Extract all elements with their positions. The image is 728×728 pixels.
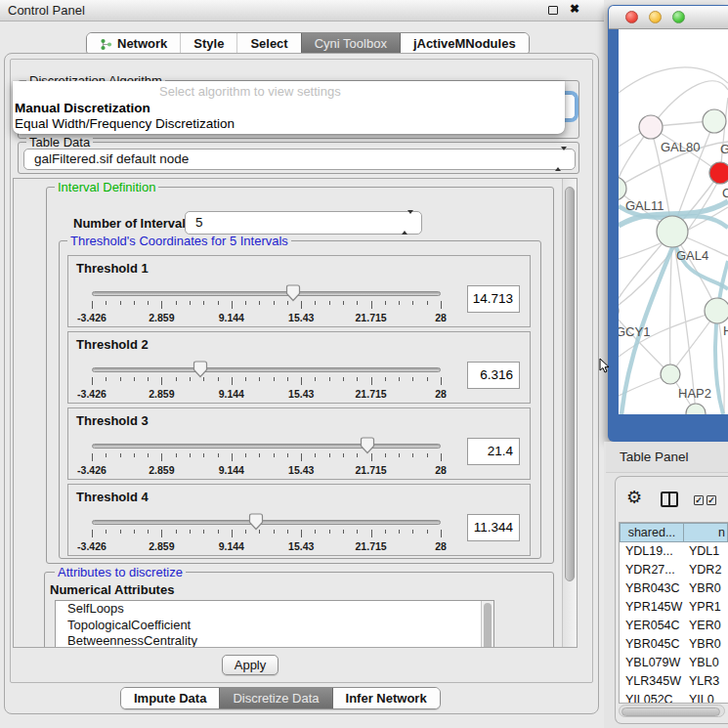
tab-discretize-data[interactable]: Discretize Data <box>219 688 332 708</box>
tab-cyni-toolbox[interactable]: Cyni Toolbox <box>301 33 401 55</box>
slider-track[interactable] <box>92 291 441 296</box>
zoom-traffic-light-icon[interactable] <box>672 11 685 23</box>
network-node[interactable] <box>686 404 706 414</box>
network-node-hap2[interactable] <box>661 364 680 384</box>
cell-shared-name[interactable]: YBR043C <box>620 579 684 598</box>
attributes-list-scrollbar[interactable] <box>481 601 493 648</box>
slider-tick <box>161 453 162 461</box>
cell-name[interactable]: YBR0 <box>684 579 728 598</box>
table-row[interactable]: YPR145WYPR1 <box>620 598 728 617</box>
network-node-gal4[interactable] <box>657 216 688 247</box>
table-row[interactable]: YDR27...YDR2 <box>620 561 728 579</box>
cell-name[interactable]: YBR0 <box>684 635 728 654</box>
threshold-2-label: Threshold 2 <box>76 337 149 352</box>
table-row[interactable]: YBR043CYBR0 <box>620 579 728 598</box>
slider-tick <box>441 530 442 537</box>
slider-tick-label: 21.715 <box>356 540 387 552</box>
threshold-2-value-field[interactable]: 6.316 <box>467 362 520 389</box>
node-attribute-table[interactable]: shared... n YDL19...YDL1YDR27...YDR2YBR0… <box>619 522 728 704</box>
network-node-gal80[interactable] <box>639 115 663 139</box>
table-row[interactable]: YLR345WYLR3 <box>620 672 728 691</box>
slider-track[interactable] <box>92 520 441 525</box>
scrollbar-thumb[interactable] <box>565 187 575 581</box>
apply-button[interactable]: Apply <box>222 655 278 675</box>
cell-name[interactable]: YLR3 <box>684 672 728 691</box>
slider-tick <box>92 301 93 309</box>
slider-tick-label: 28 <box>435 464 447 476</box>
table-row[interactable]: YBL079WYBL0 <box>620 654 728 672</box>
scrollbar-thumb[interactable] <box>484 603 492 648</box>
column-header-name[interactable]: n <box>684 523 728 542</box>
attribute-list-item[interactable]: BetweennessCentrality <box>56 633 493 648</box>
slider-tick <box>441 453 442 461</box>
table-data-combobox[interactable]: galFiltered.sif default node <box>23 149 576 170</box>
slider-track[interactable] <box>92 367 441 372</box>
tab-style[interactable]: Style <box>180 33 236 55</box>
table-row[interactable]: YDL19...YDL1 <box>620 542 728 561</box>
table-horizontal-scrollbar[interactable] <box>619 705 725 717</box>
option-equal-width-frequency[interactable]: Equal Width/Frequency Discretization <box>15 116 235 131</box>
table-row[interactable]: YBR045CYBR0 <box>620 635 728 654</box>
slider-thumb[interactable] <box>248 513 264 531</box>
tab-network[interactable]: Network <box>87 33 180 55</box>
slider-tick <box>161 377 162 385</box>
numerical-attributes-list[interactable]: SelfLoopsTopologicalCoefficientBetweenne… <box>55 600 494 648</box>
close-traffic-light-icon[interactable] <box>625 11 638 23</box>
tab-impute-data[interactable]: Impute Data <box>121 688 219 708</box>
threshold-4-value-field[interactable]: 11.344 <box>467 514 520 541</box>
threshold-2-panel: Threshold 2 -3.4262.8599.14415.4321.7152… <box>67 331 531 404</box>
cell-name[interactable]: YDR2 <box>684 561 728 579</box>
minimize-traffic-light-icon[interactable] <box>649 11 662 23</box>
slider-tick <box>120 301 121 305</box>
option-manual-discretization[interactable]: Manual Discretization <box>15 101 150 115</box>
table-row[interactable]: YER054CYER0 <box>620 617 728 635</box>
threshold-1-value-field[interactable]: 14.713 <box>467 285 520 313</box>
float-window-icon[interactable] <box>548 6 558 15</box>
cell-name[interactable]: YIL0 <box>684 691 728 704</box>
threshold-4-slider[interactable]: -3.4262.8599.14415.4321.71528 <box>92 512 441 553</box>
slider-thumb[interactable] <box>360 437 375 454</box>
network-node-c[interactable] <box>709 162 728 184</box>
settings-scrollpane: Interval Definition Number of Intervals … <box>13 178 578 648</box>
cell-shared-name[interactable]: YIL052C <box>620 691 684 704</box>
network-node-ga[interactable] <box>703 109 726 133</box>
select-all-checkbox-icon[interactable]: ✓ <box>694 495 704 505</box>
cell-shared-name[interactable]: YDL19... <box>620 542 684 561</box>
threshold-3-value-field[interactable]: 21.4 <box>467 438 520 465</box>
network-canvas[interactable]: GAL80GACGAL11GAL4GCY1HHAP2 <box>619 29 728 414</box>
cell-name[interactable]: YPR1 <box>684 598 728 617</box>
cell-name[interactable]: YDL1 <box>684 542 728 561</box>
threshold-1-slider[interactable]: -3.4262.8599.14415.4321.71528 <box>92 283 441 324</box>
cell-shared-name[interactable]: YLR345W <box>620 672 684 691</box>
column-header-shared-name[interactable]: shared... <box>620 523 684 542</box>
columns-icon[interactable] <box>661 492 678 507</box>
tab-infer-network[interactable]: Infer Network <box>333 688 440 708</box>
cell-shared-name[interactable]: YDR27... <box>620 561 684 579</box>
table-row[interactable]: YIL052CYIL0 <box>620 691 728 704</box>
tab-select[interactable]: Select <box>236 33 300 55</box>
cell-name[interactable]: YBL0 <box>684 654 728 672</box>
cell-name[interactable]: YER0 <box>684 617 728 635</box>
slider-tick <box>218 377 219 381</box>
cell-shared-name[interactable]: YPR145W <box>620 598 684 617</box>
close-icon[interactable]: ✖ <box>570 2 579 16</box>
cell-shared-name[interactable]: YBL079W <box>620 654 684 672</box>
tab-jactivemnodules[interactable]: jActiveMNodules <box>401 33 529 55</box>
network-node-h[interactable] <box>705 298 728 323</box>
slider-track[interactable] <box>92 444 441 449</box>
attribute-list-item[interactable]: TopologicalCoefficient <box>56 618 493 634</box>
threshold-2-slider[interactable]: -3.4262.8599.14415.4321.71528 <box>92 360 441 401</box>
attribute-list-item[interactable]: SelfLoops <box>56 601 493 618</box>
cell-shared-name[interactable]: YER054C <box>620 617 684 635</box>
cell-shared-name[interactable]: YBR045C <box>620 635 684 654</box>
gear-icon[interactable]: ⚙ <box>626 487 642 508</box>
threshold-3-slider[interactable]: -3.4262.8599.14415.4321.71528 <box>92 436 441 477</box>
slider-tick <box>315 301 316 305</box>
settings-vertical-scrollbar[interactable] <box>562 179 577 647</box>
scrollbar-thumb[interactable] <box>621 707 720 716</box>
slider-tick-label: 15.43 <box>288 388 314 400</box>
slider-thumb[interactable] <box>285 284 301 302</box>
number-of-intervals-combobox[interactable]: 5 <box>185 211 422 235</box>
slider-thumb[interactable] <box>193 361 208 378</box>
select-column-checkbox-icon[interactable]: ✓ <box>707 495 716 505</box>
